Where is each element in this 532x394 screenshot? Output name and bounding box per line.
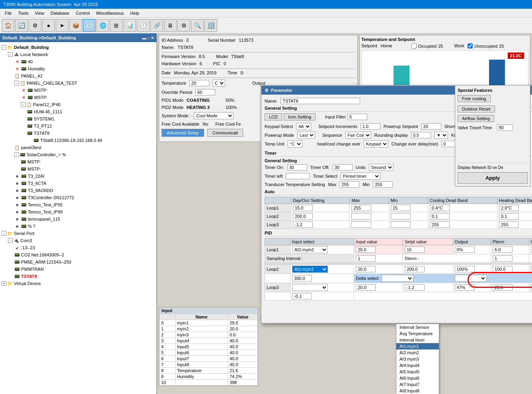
tree-tstat8-red[interactable]: 📟 TSTAT8 [2,273,155,280]
toolbar-btn-chart[interactable]: 📊 [123,19,136,32]
toolbar-btn-settings[interactable]: ⚙ [29,19,41,32]
dropdown-ai7-input7[interactable]: AI7:Input7 [396,381,439,388]
toolbar-btn-gear2[interactable]: ⚙ [177,19,190,32]
menu-database[interactable]: Database [47,10,72,16]
pid-loop2-input-value-input[interactable] [356,266,376,272]
pid-loop3-setpt-input[interactable] [405,284,425,291]
menu-file[interactable]: File [2,10,15,16]
tree-temcopanel115[interactable]: ■ 📟 temcopanel_115 [2,215,155,223]
pid-loop2-pterm-input[interactable] [493,266,513,272]
tree-area[interactable]: - 📁 Default_Building - 🖧 Local Network ✕… [0,42,156,394]
toolbar-btn-arrow[interactable]: ➤ [56,19,68,32]
auto-loop1-dayocc-input[interactable] [293,205,313,211]
tree-hum46[interactable]: 📟 HUM-46_1111 [2,108,155,115]
toolbar-btn-grid[interactable]: ⊞ [110,19,123,32]
dropdown-avg-temperature[interactable]: Avg Temperature [396,330,439,337]
auto-loop1-heating-input[interactable] [499,205,519,211]
delta-extra-select[interactable] [455,275,487,282]
tree-pwmtran[interactable]: 📟 PWMTRAN [2,266,155,273]
sequence-select[interactable]: Fan Coil [345,132,371,139]
toolbar-btn-circle[interactable]: ● [42,19,55,32]
transducer-min-input[interactable] [373,181,393,188]
auto-loop2-dayocc-input[interactable] [293,213,313,219]
expand-solar[interactable]: - [14,152,19,157]
menu-miscellaneous[interactable]: Miscellaneous [93,10,127,16]
tree-solar[interactable]: - 📟 SolarController_= % [2,151,155,158]
system-mode-select[interactable]: Cool Mode Heat Mode [194,112,234,119]
timer-select-dropdown[interactable]: Period timer [341,173,380,180]
expand-virtual[interactable]: + [2,281,6,286]
pid-loop1-output-input[interactable] [455,246,475,253]
auto-loop3-min-input[interactable] [391,221,411,228]
setpoint-inc-input[interactable] [361,123,380,130]
toolbar-btn-disk[interactable]: 💿 [83,19,95,32]
toolbar-btn-box[interactable]: 📦 [69,19,82,32]
param-name-input[interactable] [281,98,360,104]
menu-control[interactable]: Control [72,10,93,16]
pid-loop1-setpt-input[interactable] [405,246,425,253]
auto-loop1-max-input[interactable] [351,205,371,211]
tree-panel12[interactable]: - 📋 Panel12_IP40 [2,101,155,108]
tree-system1[interactable]: 📟 SYSTEM1 [2,115,155,122]
tree-unknown[interactable]: ■ 📟 % ? [2,223,155,230]
delta-select-dropdown[interactable] [382,275,413,282]
auto-loop2-max-input[interactable] [351,213,371,219]
outdoor-reset-btn[interactable]: Outdoor Reset [458,105,495,113]
tree-pm5e[interactable]: 📟 PM5E_ARM:121543--250 [2,258,155,266]
expand-com3[interactable]: - [8,238,13,243]
toolbar-btn-monitor[interactable]: 🖥 [164,19,177,32]
sampling-value-input[interactable] [356,255,376,262]
pid-loop2-output-input[interactable] [455,266,475,272]
temp-unit-select[interactable]: C F [212,80,225,87]
loop3-extra-input[interactable] [292,293,312,299]
free-cooling-btn[interactable]: Free cooling [458,95,491,102]
dropdown-ai3-myin3[interactable]: AI3:myin3 [396,356,439,362]
expand-serial-port[interactable]: - [2,231,6,236]
unoccupied-checkbox[interactable] [468,43,473,49]
auto-loop3-heating-input[interactable] [499,221,519,228]
tree-virtual-device[interactable]: + 📁 Virtual Device [2,280,155,287]
tree-local-network[interactable]: - 🖧 Local Network [2,51,155,58]
pid-loop2-input-select-dropdown[interactable]: AI1:myin1 [292,266,328,273]
timer-left-input[interactable] [286,173,310,179]
keypad-select[interactable]: 4A [296,123,311,130]
auto-loop2-cooling-input[interactable] [430,213,450,219]
tree-mstp3[interactable]: 📟 MSTP: [2,158,155,165]
units-select[interactable]: Second [369,164,394,171]
tree-t3-22ai[interactable]: ■ 📟 T3_22AI [2,173,155,180]
tree-humidity[interactable]: ✕ 📟 Humidity [2,65,155,72]
expand-local-network[interactable]: - [8,52,13,57]
tree-mstp4[interactable]: 📟 MSTP: [2,165,155,173]
powerup-setpoint-input[interactable] [421,123,441,130]
input-select-dropdown[interactable]: Internal Sensor Avg Temperature Internal… [396,324,439,394]
airflow-setting-btn[interactable]: Airflow Setting [458,115,494,122]
auto-loop3-dayocc-input[interactable] [293,221,313,228]
temp-input[interactable] [189,80,209,86]
dterm-value-input[interactable] [493,255,513,262]
temp-unit-select-param[interactable]: °C °F [288,140,302,148]
toolbar-btn-refresh[interactable]: 🔄 [15,19,28,32]
tree-panel42[interactable]: 📋 PANEL_42 [2,72,155,80]
tree-connection[interactable]: ↙ :13--23 [2,244,155,251]
advanced-setup-btn[interactable]: Advanced Setup [162,129,204,137]
auto-loop3-cooling-input[interactable] [430,221,450,228]
delta-value-input[interactable] [292,275,312,281]
auto-loop1-min-input[interactable] [391,205,411,211]
pid-loop2-iterm-input[interactable] [531,266,532,272]
timer-on-input[interactable] [287,164,307,171]
auto-loop3-max-input[interactable] [351,221,371,228]
pid-loop2-setpt-input[interactable] [405,266,425,272]
tree-temco-ip55[interactable]: ■ 📟 Temco_Test_IP55 [2,201,155,208]
tree-t3-8ao6do[interactable]: ■ 📟 T3_8AO6DO [2,187,155,194]
transducer-max-input[interactable] [339,181,359,188]
tree-temco-ip99[interactable]: ■ 📟 Temco_Test_IP99 [2,208,155,215]
tree-mstp1[interactable]: ✕ 📟 MSTP: [2,87,155,94]
rounding-select[interactable]: ▼ [434,132,448,139]
pid-loop1-pterm-input[interactable] [493,246,513,253]
auto-loop1-cooling-input[interactable] [430,205,450,211]
dropdown-ai2-myin2[interactable]: AI2:myin2 [396,349,439,356]
pid-loop3-input-select-dropdown[interactable] [292,284,328,291]
heat-cool-select[interactable]: Keypad [364,140,388,148]
pid-loop3-iterm-input[interactable] [531,284,532,291]
occupied-checkbox[interactable] [411,43,417,49]
